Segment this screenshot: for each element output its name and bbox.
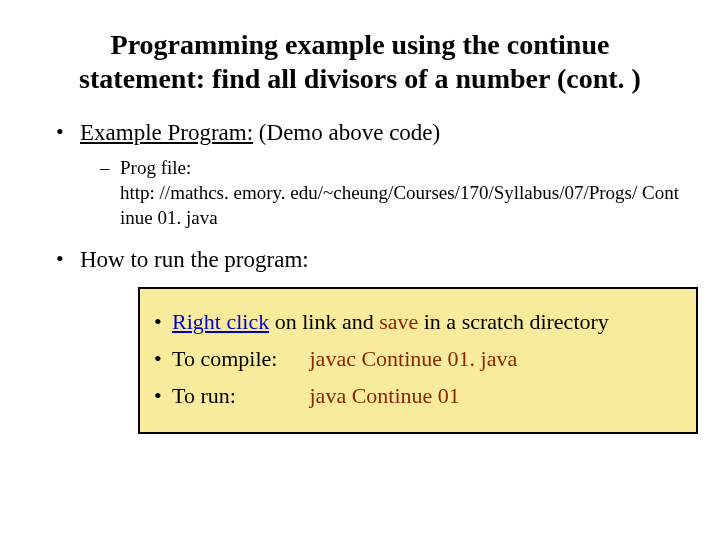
example-label: Example Program: [80, 120, 253, 145]
progfile-label: Prog file: [120, 157, 191, 178]
progfile-item: Prog file: http: //mathcs. emory. edu/~c… [98, 156, 680, 230]
save-text: save [379, 309, 418, 334]
run-label: To run: [172, 381, 304, 412]
slide: Programming example using the continue s… [0, 0, 720, 540]
right-click-text: Right click [172, 309, 269, 334]
instruction-box: Right click on link and save in a scratc… [138, 287, 698, 433]
row1-end: in a scratch directory [418, 309, 609, 334]
box-row-rightclick: Right click on link and save in a scratc… [154, 307, 682, 338]
box-row-compile: To compile: javac Continue 01. java [154, 344, 682, 375]
compile-cmd: javac Continue 01. java [310, 346, 518, 371]
content-list: Example Program: (Demo above code) Prog … [40, 117, 680, 434]
bullet-howto: How to run the program: Right click on l… [52, 244, 680, 433]
progfile-url: http: //mathcs. emory. edu/~cheung/Cours… [120, 182, 679, 228]
slide-title: Programming example using the continue s… [70, 28, 650, 95]
row1-mid: on link and [269, 309, 379, 334]
box-row-run: To run: java Continue 01 [154, 381, 682, 412]
compile-label: To compile: [172, 344, 304, 375]
bullet-example: Example Program: (Demo above code) Prog … [52, 117, 680, 230]
howto-label: How to run the program: [80, 247, 309, 272]
sublist: Prog file: http: //mathcs. emory. edu/~c… [80, 156, 680, 230]
run-cmd: java Continue 01 [310, 383, 460, 408]
example-paren: (Demo above code) [253, 120, 440, 145]
